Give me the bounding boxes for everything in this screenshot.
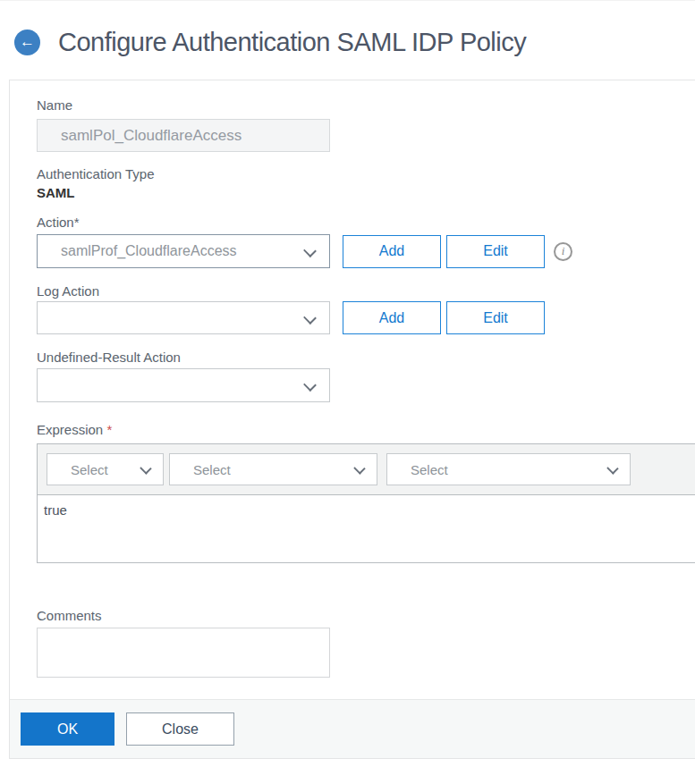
expression-editor[interactable]: true: [38, 495, 695, 562]
chevron-down-icon: [303, 311, 317, 325]
panel-footer: OK Close: [10, 699, 695, 758]
action-edit-button[interactable]: Edit: [446, 235, 545, 268]
expression-select-3[interactable]: Select: [386, 453, 631, 485]
info-icon[interactable]: i: [554, 242, 572, 261]
chevron-down-icon: [140, 462, 151, 474]
close-button[interactable]: Close: [126, 712, 234, 746]
undefined-result-action-select[interactable]: [37, 368, 330, 402]
action-add-button[interactable]: Add: [343, 235, 441, 268]
expression-builder: Select Select Select true: [37, 443, 695, 563]
log-action-row: Add Edit: [37, 301, 695, 334]
comments-field[interactable]: [37, 628, 330, 678]
authentication-type-label: Authentication Type: [37, 166, 695, 181]
authentication-type-value: SAML: [37, 185, 695, 201]
log-action-select[interactable]: [37, 301, 330, 334]
expression-select-2[interactable]: Select: [169, 453, 377, 485]
action-row: samlProf_CloudflareAccess Add Edit i: [37, 234, 695, 268]
log-action-edit-button[interactable]: Edit: [446, 301, 545, 334]
comments-label: Comments: [37, 608, 695, 623]
chevron-down-icon: [303, 378, 317, 392]
log-action-label: Log Action: [37, 283, 695, 299]
form-panel: Name samlPol_CloudflareAccess Authentica…: [9, 80, 695, 759]
chevron-down-icon: [303, 244, 317, 257]
form-area: Name samlPol_CloudflareAccess Authentica…: [10, 80, 695, 699]
expression-toolbar: Select Select Select: [38, 444, 695, 495]
expression-label: Expression *: [37, 422, 695, 438]
name-field: samlPol_CloudflareAccess: [37, 119, 330, 152]
undefined-result-action-label: Undefined-Result Action: [37, 350, 695, 365]
required-asterisk: *: [106, 422, 112, 437]
log-action-add-button[interactable]: Add: [343, 301, 441, 334]
action-label: Action*: [37, 215, 695, 230]
arrow-left-icon: ←: [20, 34, 35, 49]
action-select[interactable]: samlProf_CloudflareAccess: [37, 234, 330, 268]
chevron-down-icon: [353, 462, 365, 474]
action-select-value: samlProf_CloudflareAccess: [61, 243, 237, 259]
chevron-down-icon: [606, 462, 618, 474]
page-title: Configure Authentication SAML IDP Policy: [58, 28, 526, 57]
expression-select-1[interactable]: Select: [47, 453, 164, 485]
name-label: Name: [37, 97, 695, 113]
ok-button[interactable]: OK: [21, 712, 114, 746]
back-button[interactable]: ←: [14, 30, 40, 55]
page-header: ← Configure Authentication SAML IDP Poli…: [0, 0, 695, 57]
